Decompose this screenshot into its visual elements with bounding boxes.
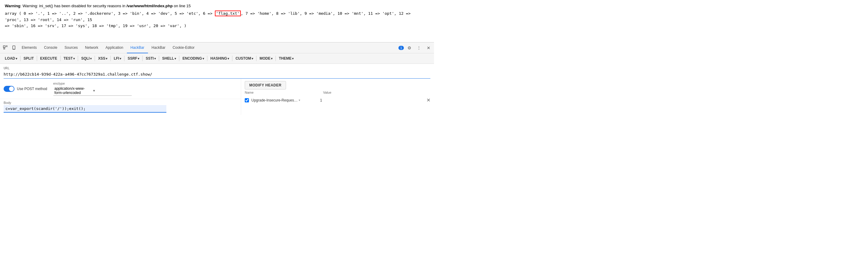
flag-txt-highlight: 'flag.txt' — [215, 10, 241, 16]
hackbar-main: Use POST method enctype application/x-ww… — [0, 78, 434, 115]
toolbar-encoding[interactable]: ENCODING ▾ — [180, 55, 207, 62]
url-display[interactable]: http://b622cb14-939d-422a-a496-47cc76732… — [4, 71, 430, 78]
body-section: Body c=var_export(scandir('/'));exit(); — [0, 99, 241, 115]
devtools-panel: Elements Console Sources Network Applica… — [0, 42, 434, 115]
more-options-icon[interactable]: ⋮ — [415, 44, 423, 52]
enctype-select[interactable]: application/x-www-form-urlencoded ▾ — [53, 86, 132, 96]
value-column-title: Value — [323, 91, 353, 94]
tab-elements[interactable]: Elements — [18, 42, 40, 53]
svg-rect-0 — [3, 46, 5, 48]
array-output: array ( 0 => '.', 1 => '..', 2 => '.dock… — [5, 10, 429, 29]
modify-header-button[interactable]: MODIFY HEADER — [245, 81, 286, 90]
header-delete-0[interactable]: ✕ — [427, 97, 430, 103]
devtools-tabbar: Elements Console Sources Network Applica… — [0, 42, 434, 53]
header-item-0: Upgrade-Insecure-Reques… ▾ 1 ✕ — [245, 96, 430, 104]
body-input[interactable]: c=var_export(scandir('/'));exit(); — [4, 105, 166, 113]
settings-icon[interactable]: ⚙ — [405, 44, 413, 52]
tab-network[interactable]: Network — [82, 42, 102, 53]
devtools-device-icon[interactable] — [10, 44, 18, 52]
toolbar-theme[interactable]: THEME ▾ — [276, 55, 296, 62]
toolbar-split[interactable]: SPLIT — [21, 55, 36, 62]
devtools-inspect-icon[interactable] — [1, 44, 10, 52]
enctype-label: enctype — [53, 82, 132, 85]
hackbar-toolbar: LOAD ▾ SPLIT EXECUTE TEST ▾ SQLI ▾ XSS ▾… — [0, 53, 434, 64]
tab-cookie-editor[interactable]: Cookie-Editor — [169, 42, 198, 53]
post-method-toggle-container: Use POST method — [4, 86, 47, 92]
svg-rect-5 — [13, 46, 15, 50]
enctype-value: application/x-www-form-urlencoded — [55, 87, 92, 95]
enctype-dropdown-arrow: ▾ — [93, 89, 130, 93]
toolbar-sqli[interactable]: SQLI ▾ — [79, 55, 94, 62]
toolbar-ssrf[interactable]: SSRF ▾ — [125, 55, 142, 62]
header-checkbox-0[interactable] — [245, 98, 249, 102]
hackbar-content: URL http://b622cb14-939d-422a-a496-47cc7… — [0, 64, 434, 115]
toggle-knob — [9, 87, 14, 91]
toolbar-ssti[interactable]: SSTI ▾ — [143, 55, 158, 62]
toolbar-hashing[interactable]: HASHING ▾ — [208, 55, 231, 62]
tab-application[interactable]: Application — [102, 42, 127, 53]
hackbar-right-panel: MODIFY HEADER Name Value Upgrade-Insecur… — [241, 78, 434, 115]
tab-hackbar-active[interactable]: HackBar — [127, 42, 148, 53]
body-label: Body — [4, 99, 237, 105]
post-method-label: Use POST method — [17, 87, 47, 91]
url-section: URL http://b622cb14-939d-422a-a496-47cc7… — [0, 64, 434, 78]
warning-line: Warning: Warning: ini_set() has been dis… — [5, 3, 429, 9]
toolbar-custom[interactable]: CUSTOM ▾ — [233, 55, 255, 62]
hackbar-left-panel: Use POST method enctype application/x-ww… — [0, 78, 241, 115]
tab-hackbar-2[interactable]: HackBar — [148, 42, 169, 53]
notification-badge: 1 — [398, 46, 404, 50]
toolbar-lfi[interactable]: LFI ▾ — [111, 55, 124, 62]
header-column-titles: Name Value — [245, 90, 430, 96]
post-method-toggle[interactable] — [4, 86, 14, 92]
header-name-0: Upgrade-Insecure-Reques… ▾ — [251, 98, 318, 102]
toolbar-execute[interactable]: EXECUTE — [38, 55, 60, 62]
options-row: Use POST method enctype application/x-ww… — [0, 78, 241, 99]
tab-sources[interactable]: Sources — [61, 42, 82, 53]
header-value-0: 1 — [320, 98, 338, 102]
toolbar-test[interactable]: TEST ▾ — [61, 55, 78, 62]
tab-console[interactable]: Console — [40, 42, 61, 53]
devtools-right-actions: 1 ⚙ ⋮ ✕ — [398, 44, 433, 52]
close-devtools-icon[interactable]: ✕ — [424, 44, 433, 52]
toolbar-xss[interactable]: XSS ▾ — [96, 55, 110, 62]
enctype-section: enctype application/x-www-form-urlencode… — [53, 82, 132, 96]
toolbar-load[interactable]: LOAD ▾ — [2, 55, 20, 62]
header-name-arrow: ▾ — [299, 98, 300, 102]
toolbar-mode[interactable]: MODE ▾ — [257, 55, 275, 62]
page-content: Warning: Warning: ini_set() has been dis… — [0, 0, 434, 42]
name-column-title: Name — [245, 91, 317, 94]
url-label: URL — [4, 66, 430, 70]
toolbar-shell[interactable]: SHELL ▾ — [160, 55, 179, 62]
